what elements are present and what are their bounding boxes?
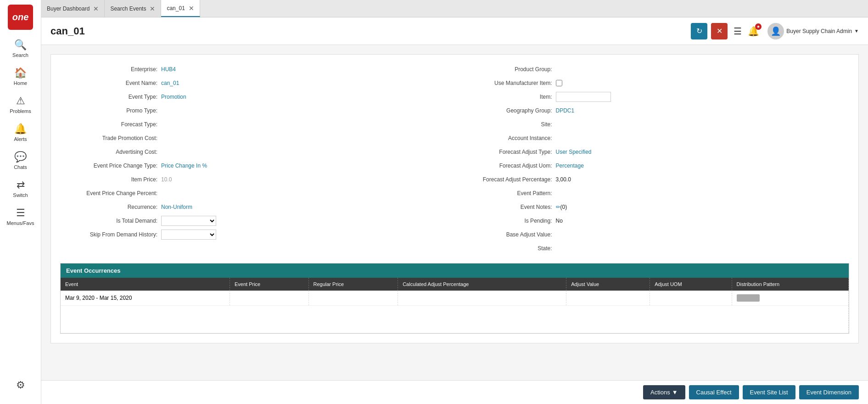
- hamburger-menu-icon[interactable]: ☰: [734, 26, 742, 37]
- checkbox-use-manufacturer[interactable]: [556, 80, 562, 86]
- field-forecast-type: Forecast Type:: [60, 119, 455, 130]
- warning-icon: ⚠: [16, 95, 25, 107]
- actions-button[interactable]: Actions ▼: [643, 385, 685, 399]
- tab-close-search-events[interactable]: ✕: [150, 5, 155, 12]
- label-geography-group: Geography Group:: [455, 107, 556, 114]
- cell-calc-adjust-pct: [398, 291, 566, 306]
- tab-bar: Buyer Dashboard ✕ Search Events ✕ can_01…: [41, 0, 868, 17]
- notification-bell[interactable]: 🔔 ★: [748, 26, 759, 37]
- sidebar-item-alerts[interactable]: 🔔 Alerts: [0, 118, 41, 146]
- bell-icon: 🔔: [14, 123, 27, 135]
- menu-icon: ☰: [16, 207, 25, 219]
- select-is-total-demand[interactable]: Yes No: [161, 216, 216, 226]
- field-event-name: Event Name: can_01: [60, 78, 455, 89]
- field-account-instance: Account Instance:: [455, 133, 850, 144]
- user-dropdown-icon[interactable]: ▼: [854, 28, 859, 34]
- event-occurrences-table: Event Event Price Regular Price Calculat…: [61, 278, 849, 333]
- avatar: 👤: [767, 23, 784, 39]
- value-geography-group: DPDC1: [556, 107, 575, 114]
- sidebar-label-menus: Menus/Favs: [7, 220, 34, 226]
- sidebar-label-problems: Problems: [10, 108, 31, 114]
- field-item: Item:: [455, 91, 850, 102]
- field-trade-promotion: Trade Promotion Cost:: [60, 133, 455, 144]
- label-is-pending: Is Pending:: [455, 218, 556, 224]
- tab-label-can01: can_01: [167, 5, 185, 11]
- main-area: Buyer Dashboard ✕ Search Events ✕ can_01…: [41, 0, 868, 404]
- label-enterprise: Enterprise:: [60, 66, 161, 73]
- table-row-empty: [61, 306, 849, 333]
- search-icon: 🔍: [14, 39, 27, 51]
- tab-search-events[interactable]: Search Events ✕: [105, 0, 161, 17]
- label-is-total-demand: Is Total Demand:: [60, 218, 161, 224]
- close-button[interactable]: ✕: [711, 23, 728, 39]
- sidebar-item-settings[interactable]: ⚙: [14, 375, 28, 397]
- form-grid: Enterprise: HUB4 Event Name: can_01 Even…: [60, 64, 849, 254]
- tab-label-buyer-dashboard: Buyer Dashboard: [47, 6, 90, 12]
- tab-close-can01[interactable]: ✕: [189, 5, 194, 12]
- col-adjust-value: Adjust Value: [566, 278, 650, 291]
- app-logo[interactable]: one: [8, 5, 33, 30]
- value-enterprise: HUB4: [161, 66, 176, 73]
- label-forecast-adjust-type: Forecast Adjust Type:: [455, 149, 556, 155]
- notification-badge: ★: [755, 23, 762, 30]
- field-skip-demand: Skip From Demand History: Yes No: [60, 229, 455, 240]
- form-container: Enterprise: HUB4 Event Name: can_01 Even…: [50, 54, 859, 343]
- field-item-price: Item Price: 10.0: [60, 174, 455, 185]
- table-header-row: Event Event Price Regular Price Calculat…: [61, 278, 849, 291]
- sidebar-label-search: Search: [12, 52, 28, 58]
- header-actions: ↻ ✕ ☰ 🔔 ★ 👤 Buyer Supply Chain Admin ▼: [691, 23, 859, 39]
- sidebar-label-alerts: Alerts: [14, 136, 27, 142]
- field-is-total-demand: Is Total Demand: Yes No: [60, 215, 455, 226]
- label-forecast-adjust-pct: Forecast Adjust Percentage:: [455, 176, 556, 183]
- form-left: Enterprise: HUB4 Event Name: can_01 Even…: [60, 64, 455, 254]
- label-item: Item:: [455, 94, 556, 100]
- select-skip-demand[interactable]: Yes No: [161, 230, 216, 240]
- col-calc-adjust-pct: Calculated Adjust Percentage: [398, 278, 566, 291]
- label-promo-type: Promo Type:: [60, 107, 161, 114]
- field-forecast-adjust-pct: Forecast Adjust Percentage: 3,00.0: [455, 174, 850, 185]
- event-dimension-button[interactable]: Event Dimension: [799, 385, 859, 399]
- sidebar-item-switch[interactable]: ⇄ Switch: [0, 174, 41, 202]
- col-distribution-pattern: Distribution Pattern: [732, 278, 848, 291]
- value-event-type: Promotion: [161, 94, 186, 100]
- cell-regular-price: [308, 291, 398, 306]
- input-item[interactable]: [556, 92, 611, 102]
- field-event-notes: Event Notes: ✏ (0): [455, 202, 850, 213]
- sidebar-item-search[interactable]: 🔍 Search: [0, 34, 41, 62]
- label-advertising-cost: Advertising Cost:: [60, 149, 161, 155]
- tab-close-buyer-dashboard[interactable]: ✕: [93, 5, 99, 12]
- sidebar-label-chats: Chats: [14, 164, 27, 170]
- cell-distribution-pattern: [732, 291, 848, 306]
- tab-can01[interactable]: can_01 ✕: [161, 0, 200, 17]
- sidebar-label-home: Home: [14, 80, 27, 86]
- field-base-adjust-value: Base Adjust Value:: [455, 229, 850, 240]
- sidebar-item-menus[interactable]: ☰ Menus/Favs: [0, 202, 41, 230]
- actions-label: Actions: [650, 389, 670, 396]
- field-recurrence: Recurrence: Non-Uniform: [60, 202, 455, 213]
- label-site: Site:: [455, 121, 556, 128]
- actions-arrow-icon: ▼: [672, 389, 678, 396]
- user-name: Buyer Supply Chain Admin: [786, 28, 852, 34]
- sidebar-item-chats[interactable]: 💬 Chats: [0, 146, 41, 174]
- label-event-type: Event Type:: [60, 94, 161, 100]
- col-event: Event: [61, 278, 230, 291]
- sidebar-item-home[interactable]: 🏠 Home: [0, 62, 41, 90]
- value-forecast-adjust-pct: 3,00.0: [556, 176, 571, 183]
- event-site-list-button[interactable]: Event Site List: [743, 385, 795, 399]
- page-title: can_01: [50, 25, 691, 37]
- field-site: Site:: [455, 119, 850, 130]
- refresh-button[interactable]: ↻: [691, 23, 707, 39]
- tab-buyer-dashboard[interactable]: Buyer Dashboard ✕: [41, 0, 105, 17]
- sidebar-item-problems[interactable]: ⚠ Problems: [0, 90, 41, 118]
- causal-effect-button[interactable]: Causal Effect: [689, 385, 739, 399]
- value-item-price: 10.0: [161, 176, 172, 183]
- field-is-pending: Is Pending: No: [455, 215, 850, 226]
- value-forecast-adjust-type: User Specified: [556, 149, 592, 155]
- field-geography-group: Geography Group: DPDC1: [455, 105, 850, 116]
- field-event-pattern: Event Pattern:: [455, 188, 850, 199]
- field-event-type: Event Type: Promotion: [60, 91, 455, 102]
- page-footer: Actions ▼ Causal Effect Event Site List …: [41, 380, 868, 404]
- field-advertising-cost: Advertising Cost:: [60, 146, 455, 157]
- label-event-notes: Event Notes:: [455, 204, 556, 210]
- edit-notes-icon[interactable]: ✏: [556, 204, 560, 210]
